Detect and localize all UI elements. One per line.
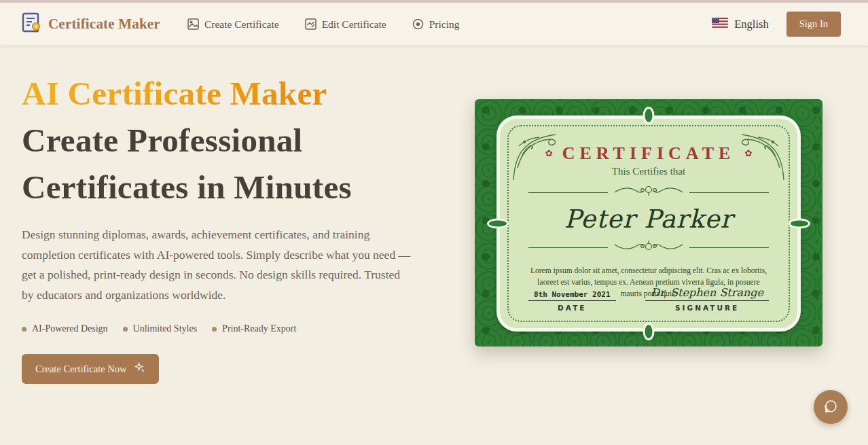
certificate-title-row: ✿ CERTIFICATE ✿ [500, 143, 797, 164]
certificate-content: ✿ CERTIFICATE ✿ This Certifies that [500, 119, 797, 328]
hero-description: Design stunning diplomas, awards, achiev… [22, 225, 412, 305]
feature-label: AI-Powered Design [32, 323, 108, 334]
ornamental-divider [528, 239, 769, 255]
signature-block: Dr. Stephen Strange SIGNATURE [645, 286, 769, 312]
target-icon [412, 18, 424, 30]
nav-link-label: Edit Certificate [322, 18, 386, 31]
brand-logo[interactable]: Certificate Maker [22, 12, 160, 37]
navbar: Certificate Maker Create Certificate [0, 3, 868, 46]
nav-right: English Sign In [712, 12, 841, 37]
bullet-dot-icon [123, 327, 128, 332]
feature-label: Unlimited Styles [133, 323, 198, 334]
certificate-subtitle: This Certifies that [500, 166, 797, 177]
feature-list: AI-Powered Design Unlimited Styles Print… [22, 323, 422, 334]
image-icon [187, 18, 199, 30]
nav-edit-certificate[interactable]: Edit Certificate [305, 18, 386, 31]
bullet-dot-icon [212, 327, 217, 332]
swirl-ornament-icon [613, 239, 684, 255]
certificate-title: CERTIFICATE [562, 143, 736, 164]
brand-title: Certificate Maker [48, 16, 160, 33]
title-line-gradient: AI Certificate Maker [22, 70, 422, 117]
nav-pricing[interactable]: Pricing [412, 18, 460, 31]
bullet-dot-icon [22, 327, 26, 332]
certificate-panel: ✿ CERTIFICATE ✿ This Certifies that [496, 115, 801, 332]
ornamental-divider [528, 184, 769, 200]
us-flag-icon [712, 18, 728, 31]
hero-copy: AI Certificate Maker Create Professional… [22, 70, 422, 384]
flower-ornament-icon: ✿ [545, 148, 553, 159]
certificate-footer: 8th November 2021 DATE Dr. Stephen Stran… [528, 286, 769, 312]
chat-fab-button[interactable] [814, 390, 848, 424]
recipient-name: Peter Parker [500, 204, 797, 234]
feature-item: Print-Ready Export [212, 323, 296, 334]
feature-item: AI-Powered Design [22, 323, 108, 334]
signature-label: SIGNATURE [645, 304, 769, 312]
title-line-3: Certificates in Minutes [22, 164, 422, 211]
signature-value: Dr. Stephen Strange [645, 286, 769, 301]
date-value: 8th November 2021 [528, 290, 616, 301]
certificate-preview-image: ✿ CERTIFICATE ✿ This Certifies that [475, 99, 822, 346]
chat-bubble-icon [823, 399, 838, 416]
cta-label: Create Certificate Now [35, 363, 126, 375]
sparkles-icon [134, 362, 145, 376]
flower-ornament-icon: ✿ [744, 148, 752, 159]
nav-links: Create Certificate Edit Certificate Pric… [187, 18, 460, 31]
nav-link-label: Create Certificate [204, 18, 279, 31]
language-label: English [734, 18, 768, 31]
feature-label: Print-Ready Export [222, 323, 296, 334]
language-selector[interactable]: English [712, 18, 768, 31]
certificate-logo-icon [22, 12, 41, 37]
swirl-ornament-icon [613, 184, 684, 200]
hero-section: AI Certificate Maker Create Professional… [0, 46, 868, 445]
date-block: 8th November 2021 DATE [528, 290, 616, 312]
create-certificate-now-button[interactable]: Create Certificate Now [22, 354, 159, 384]
sign-in-button[interactable]: Sign In [786, 12, 841, 37]
edit-image-icon [305, 18, 317, 30]
nav-create-certificate[interactable]: Create Certificate [187, 18, 279, 31]
nav-link-label: Pricing [429, 18, 460, 31]
title-line-2: Create Professional [22, 117, 422, 164]
date-label: DATE [528, 304, 616, 312]
page-title: AI Certificate Maker Create Professional… [22, 70, 422, 211]
feature-item: Unlimited Styles [123, 323, 198, 334]
